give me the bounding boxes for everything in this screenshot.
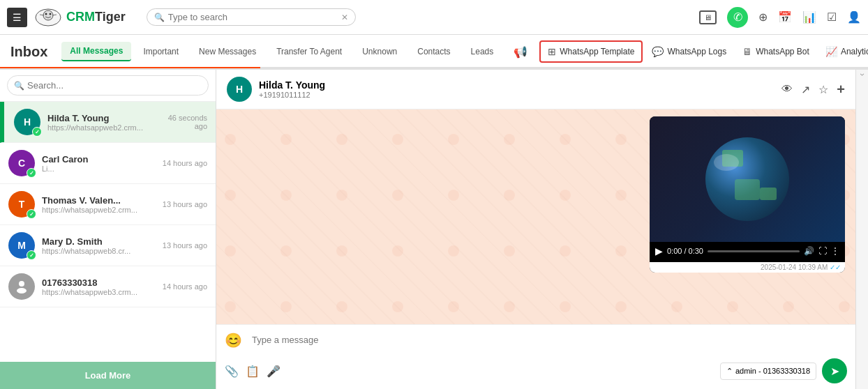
chat-header-info: Hilda T. Young +19191011112 [259,79,325,99]
eye-icon[interactable]: 👁 [781,83,793,96]
copy-icon[interactable]: 📋 [246,365,260,378]
sidebar-search-input[interactable] [7,75,209,96]
analytics-button[interactable]: 📈 Analytics [818,42,868,61]
contact-time: 46 secondsago [168,114,207,130]
chat-messages: ▶ 0:00 / 0:30 🔊 ⛶ ⋮ 2025-01-24 10:39 AM … [216,109,855,324]
timestamp-text: 2025-01-24 10:39 AM [761,264,828,271]
contact-item-carl[interactable]: C ✓ Carl Caron Li... 14 hours ago [0,143,216,184]
whatsapp-bot-button[interactable]: 🖥 WhatsApp Bot [735,42,816,61]
contact-name-mary: Mary D. Smith [42,236,163,247]
contact-time-thomas: 13 hours ago [163,200,207,208]
second-toolbar: Inbox All Messages Important New Message… [0,35,868,70]
contact-name-carl: Carl Caron [42,154,163,165]
chevron-up-icon: ⌃ [726,367,733,376]
tab-contacts[interactable]: Contacts [409,43,458,61]
monitor-icon[interactable]: 🖥 [699,10,717,24]
svg-point-2 [45,13,47,15]
send-area: ⌃ admin - 01363330318 ➤ [720,358,847,383]
external-link-icon[interactable]: ↗ [801,83,810,96]
whatsapp-bot-label: WhatsApp Bot [756,47,809,56]
message-timestamp: 2025-01-24 10:39 AM ✓✓ [650,262,845,273]
emoji-button[interactable]: 😊 [225,332,242,349]
checkbox-icon[interactable]: ☑ [827,10,837,24]
video-progress-bar[interactable] [708,250,800,252]
whatsapp-logs-button[interactable]: 💬 WhatsApp Logs [645,42,733,61]
tab-new-messages[interactable]: New Messages [190,43,264,61]
whatsapp-badge-thomas: ✓ [27,209,36,219]
active-indicator [2,102,4,142]
tab-broadcast-icon[interactable]: 📢 [505,41,536,63]
inbox-title: Inbox [10,44,47,60]
star-icon[interactable]: ☆ [818,83,828,96]
fullscreen-icon[interactable]: ⛶ [818,246,827,256]
whatsapp-logs-label: WhatsApp Logs [667,47,726,56]
contact-time-mary: 13 hours ago [163,241,207,250]
load-more-button[interactable]: Load More [0,362,216,389]
person-silhouette-icon [15,280,29,293]
video-controls: ▶ 0:00 / 0:30 🔊 ⛶ ⋮ [650,242,845,260]
video-time: 0:00 / 0:30 [667,247,703,255]
contact-item-mary[interactable]: M ✓ Mary D. Smith https://whatsappweb8.c… [0,225,216,266]
whatsapp-badge-carl: ✓ [27,168,36,178]
contact-name-thomas: Thomas V. Valen... [42,195,163,206]
contact-avatar-carl: C ✓ [8,150,35,176]
tab-transfer-to-agent[interactable]: Transfer To Agent [268,43,350,61]
volume-icon[interactable]: 🔊 [804,246,814,256]
message-input[interactable] [248,330,847,349]
tab-important[interactable]: Important [135,43,187,61]
svg-point-7 [17,288,27,293]
chart-icon[interactable]: 📊 [802,10,816,24]
video-more-icon[interactable]: ⋮ [831,246,839,256]
chat-header-number: +19191011112 [259,91,325,99]
plus-icon[interactable]: ⊕ [758,10,768,24]
logs-icon: 💬 [652,46,664,57]
right-panel-toggle[interactable]: › [858,73,867,76]
right-panel: › [855,70,868,389]
contact-sub-carl: Li... [42,165,163,173]
svg-point-6 [19,281,24,287]
tab-all-messages[interactable]: All Messages [61,42,131,61]
chat-input-area: 😊 📎 📋 🎤 ⌃ admin - 01363330318 ➤ [216,324,855,389]
tab-leads[interactable]: Leads [463,43,502,61]
contact-item-hilda[interactable]: H ✓ Hilda T. Young https://whatsappweb2.… [0,102,216,143]
contact-sub: https://whatsappweb2.crm... [47,123,168,132]
recipient-select[interactable]: ⌃ admin - 01363330318 [720,363,816,380]
whatsapp-template-button[interactable]: ⊞ WhatsApp Template [539,40,643,63]
contact-info-thomas: Thomas V. Valen... https://whatsappweb2.… [42,195,163,214]
nav-right-icons: 🖥 ✆ ⊕ 📅 📊 ☑ 👤 [699,7,861,28]
play-button[interactable]: ▶ [655,245,663,257]
sidebar-search-icon: 🔍 [14,81,24,91]
send-button[interactable]: ➤ [822,358,847,383]
contact-time-unknown: 14 hours ago [163,282,207,291]
calendar-icon[interactable]: 📅 [778,10,792,24]
hamburger-button[interactable]: ☰ [7,8,27,27]
logo-tiger-text: Tiger [95,10,126,24]
read-ticks: ✓✓ [830,264,841,271]
attachment-icon[interactable]: 📎 [225,365,239,378]
whatsapp-template-label: WhatsApp Template [560,47,634,56]
analytics-icon: 📈 [825,46,837,57]
svg-point-1 [43,10,53,20]
contact-item-unknown[interactable]: 01763330318 https://whatsappweb3.crm... … [0,266,216,307]
contact-avatar-thomas: T ✓ [8,191,35,218]
contact-sub-unknown: https://whatsappweb3.crm... [42,288,163,296]
top-search-input[interactable] [168,12,341,22]
contact-info-unknown: 01763330318 https://whatsappweb3.crm... [42,277,163,296]
top-navbar: ☰ CRMTiger 🔍 ✕ 🖥 ✆ ⊕ 📅 📊 ☑ 👤 [0,0,868,35]
mic-icon[interactable]: 🎤 [267,365,280,378]
message-video: ▶ 0:00 / 0:30 🔊 ⛶ ⋮ 2025-01-24 10:39 AM … [650,116,845,273]
contact-item-thomas[interactable]: T ✓ Thomas V. Valen... https://whatsappw… [0,184,216,225]
main-layout: 🔍 H ✓ Hilda T. Young https://whatsappweb… [0,70,868,389]
contact-sub-thomas: https://whatsappweb2.crm... [42,206,163,214]
add-icon[interactable]: + [837,82,845,98]
whatsapp-icon[interactable]: ✆ [727,7,748,28]
chat-header-avatar: H [227,77,252,102]
contact-name-unknown: 01763330318 [42,277,163,288]
bot-icon: 🖥 [742,46,752,57]
chat-header: H Hilda T. Young +19191011112 👁 ↗ ☆ + [216,70,855,109]
user-icon[interactable]: 👤 [847,10,861,24]
tab-unknown[interactable]: Unknown [354,43,405,61]
contact-avatar-unknown [8,273,35,300]
template-icon: ⊞ [548,46,556,57]
search-clear-icon[interactable]: ✕ [341,13,348,22]
